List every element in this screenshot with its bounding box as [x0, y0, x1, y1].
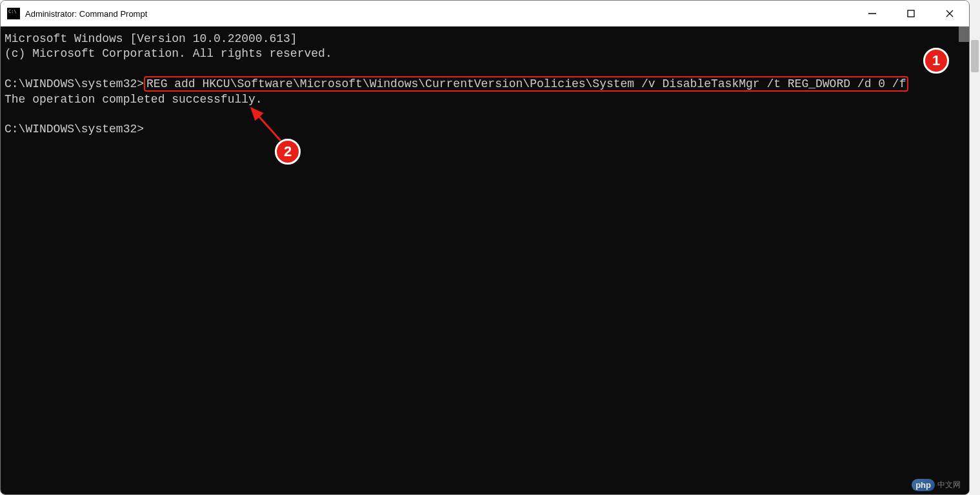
close-button[interactable] [930, 1, 969, 26]
svg-rect-1 [908, 10, 914, 17]
window-controls [853, 1, 969, 26]
annotation-badge-2: 2 [275, 139, 301, 165]
copyright-line: (c) Microsoft Corporation. All rights re… [5, 47, 332, 60]
maximize-button[interactable] [892, 1, 930, 26]
minimize-icon [868, 9, 877, 18]
minimize-button[interactable] [853, 1, 892, 26]
command-highlight: REG add HKCU\Software\Microsoft\Windows\… [144, 76, 908, 92]
maximize-icon [906, 9, 915, 18]
command-text: REG add HKCU\Software\Microsoft\Windows\… [146, 77, 906, 90]
watermark-logo: php [912, 479, 935, 491]
result-line: The operation completed successfully. [5, 93, 263, 106]
version-line: Microsoft Windows [Version 10.0.22000.61… [5, 32, 297, 45]
close-icon [945, 9, 954, 18]
annotation-badge-1: 1 [923, 48, 949, 74]
cmd-icon [7, 8, 20, 19]
page-scrollbar[interactable] [970, 0, 980, 495]
watermark: php 中文网 [912, 479, 961, 491]
prompt-1: C:\WINDOWS\system32> [5, 77, 144, 90]
prompt-2: C:\WINDOWS\system32> [5, 123, 144, 136]
terminal-scrollbar-thumb[interactable] [959, 26, 969, 42]
window-title: Administrator: Command Prompt [25, 9, 853, 19]
terminal-scrollbar[interactable] [959, 26, 969, 494]
terminal-area[interactable]: Microsoft Windows [Version 10.0.22000.61… [1, 26, 969, 494]
command-prompt-window: Administrator: Command Prompt Microsoft … [0, 0, 970, 495]
watermark-text: 中文网 [937, 480, 961, 490]
titlebar[interactable]: Administrator: Command Prompt [1, 1, 969, 26]
page-scrollbar-thumb[interactable] [971, 40, 979, 72]
